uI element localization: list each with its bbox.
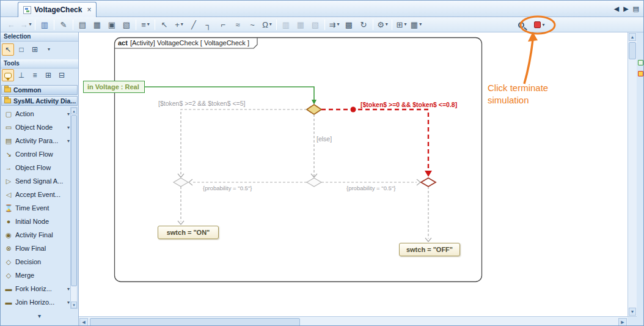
scroll-up-button[interactable]: ▴: [71, 108, 77, 114]
group-select-tool[interactable]: ⊞: [29, 43, 41, 56]
vertical-scrollbar[interactable]: ▲ ▼: [628, 32, 637, 316]
chevron-down-icon[interactable]: ▾: [337, 22, 339, 27]
tab-voltagecheck[interactable]: VoltageCheck ×: [18, 2, 97, 17]
decision-node-main[interactable]: [307, 105, 321, 114]
action-switch-off[interactable]: swtch = "OFF": [399, 243, 460, 256]
palette-expander-chevron[interactable]: ▾: [38, 313, 41, 319]
paste-button[interactable]: ▧: [119, 18, 134, 31]
structure-tool[interactable]: ≡: [29, 69, 41, 81]
palette-item-time-event[interactable]: ⌛Time Event: [1, 201, 71, 215]
palette-item-flow-final[interactable]: ⊗Flow Final: [1, 242, 71, 255]
chevron-down-icon[interactable]: ▾: [67, 286, 70, 292]
line-rectilinear-button[interactable]: ┐: [201, 18, 216, 31]
select-path-button[interactable]: ↖: [157, 18, 172, 31]
chevron-down-icon[interactable]: ▾: [181, 22, 183, 27]
palette-item-send-signal[interactable]: ▷Send Signal A...: [1, 174, 71, 188]
palette-item-decision[interactable]: ◇Decision: [1, 255, 71, 269]
palette-item-activity-final[interactable]: ◉Activity Final: [1, 228, 71, 242]
line-diagonal-button[interactable]: ╱: [186, 18, 201, 31]
marker-green[interactable]: [638, 60, 643, 65]
diagram-canvas[interactable]: act [Activity] VoltageCheck [ VoltageChe…: [79, 32, 628, 316]
distribute-shapes-button[interactable]: ▦: [293, 18, 308, 31]
scroll-down-button[interactable]: ▾: [71, 302, 77, 308]
legend-tool[interactable]: ⊞: [42, 69, 54, 81]
scroll-left-button[interactable]: ◀: [79, 318, 88, 326]
chevron-down-icon[interactable]: ▾: [419, 22, 422, 27]
search-button[interactable]: [514, 18, 529, 31]
horizontal-scrollbar[interactable]: ◀ ▶: [79, 316, 628, 326]
grid-options-button[interactable]: ⊞▾: [394, 18, 409, 31]
scrollbar-thumb[interactable]: [629, 42, 636, 59]
palette-item-control-flow[interactable]: ↘Control Flow: [1, 147, 71, 161]
align-shapes-button[interactable]: ▥: [279, 18, 293, 31]
palette-item-merge[interactable]: ◇Merge: [1, 269, 71, 282]
edit-properties-button[interactable]: ✎: [56, 18, 71, 31]
diagram-options-button[interactable]: ⚙▾: [375, 18, 390, 31]
scroll-down-button[interactable]: ▼: [629, 308, 636, 316]
merge-node-left[interactable]: [174, 178, 188, 187]
line-zigzag-button[interactable]: ~: [245, 18, 260, 31]
scroll-up-button[interactable]: ▲: [629, 33, 636, 41]
note-tool[interactable]: [2, 69, 14, 81]
activity-parameter-node[interactable]: in Voltage : Real: [83, 81, 145, 93]
common-section-bar[interactable]: Common: [1, 85, 78, 95]
marquee-select-tool[interactable]: □: [15, 43, 27, 56]
line-rounded-button[interactable]: ⌐: [216, 18, 230, 31]
left-guard-edge[interactable]: [181, 109, 307, 177]
nav-back-button[interactable]: ←: [4, 18, 18, 31]
chevron-down-icon[interactable]: ▾: [147, 22, 150, 27]
palette-scrollbar[interactable]: ▴ ▾: [70, 107, 78, 309]
copy-as-image-button[interactable]: ▩: [342, 18, 356, 31]
palette-item-action[interactable]: ▢Action▾: [1, 107, 71, 120]
scrollbar-thumb[interactable]: [71, 115, 77, 286]
copy-button[interactable]: ▣: [104, 18, 119, 31]
palette-item-object-node[interactable]: ▭Object Node▾: [1, 120, 71, 134]
decision-node-probability[interactable]: [307, 178, 321, 187]
chevron-down-icon[interactable]: ▾: [404, 22, 406, 27]
marker-warning[interactable]: [638, 71, 643, 76]
chevron-down-icon[interactable]: ▾: [67, 300, 70, 305]
selection-more-dropdown[interactable]: ▾: [42, 43, 54, 56]
chevron-down-icon[interactable]: ▾: [542, 23, 544, 28]
merge-node-right-active[interactable]: [421, 178, 436, 187]
scrollbar-thumb[interactable]: [90, 318, 300, 326]
action-switch-on[interactable]: swtch = "ON": [158, 226, 219, 239]
line-curved-button[interactable]: ≈: [230, 18, 245, 31]
clipboard-button[interactable]: ▦: [90, 18, 104, 31]
palette-item-object-flow[interactable]: →Object Flow: [1, 161, 71, 174]
active-token-path[interactable]: [321, 109, 428, 171]
chevron-down-icon[interactable]: ▾: [67, 138, 70, 144]
next-diagram-button[interactable]: ▶: [623, 4, 628, 13]
nav-forward-button[interactable]: →▾: [18, 18, 33, 31]
chevron-down-icon[interactable]: ▾: [67, 125, 70, 130]
palette-item-join-horizontal[interactable]: ▬Join Horizo...▾: [1, 295, 71, 309]
previous-diagram-button[interactable]: ◀: [614, 4, 619, 13]
line-jumps-button[interactable]: Ω▾: [260, 18, 274, 31]
same-size-button[interactable]: ▧: [308, 18, 323, 31]
anchor-tool[interactable]: ⊥: [15, 69, 27, 81]
chevron-down-icon[interactable]: ▾: [29, 22, 31, 27]
sysml-activity-section-bar[interactable]: SysML Activity Dia...: [1, 96, 78, 106]
send-signal-icon: ▷: [4, 177, 13, 185]
related-elements-button[interactable]: ≡▾: [138, 18, 153, 31]
select-tool[interactable]: ↖: [2, 43, 14, 56]
input-flow-edge[interactable]: [145, 87, 314, 100]
refresh-button[interactable]: ↻: [356, 18, 371, 31]
print-button[interactable]: ▤: [75, 18, 90, 31]
table-view-button[interactable]: ▦▾: [409, 18, 423, 31]
palette-item-fork-horizontal[interactable]: ▬Fork Horiz...▾: [1, 282, 71, 295]
close-icon[interactable]: ×: [87, 6, 91, 14]
dependencies-button[interactable]: ⇉▾: [327, 18, 342, 31]
chevron-down-icon[interactable]: ▾: [67, 111, 70, 117]
scroll-right-button[interactable]: ▶: [618, 318, 627, 326]
diagram-list-button[interactable]: ▤: [633, 4, 639, 13]
chevron-down-icon[interactable]: ▾: [269, 22, 272, 27]
add-shape-button[interactable]: +▾: [172, 18, 186, 31]
zoom-tool[interactable]: ⊟: [56, 69, 68, 81]
chevron-down-icon[interactable]: ▾: [386, 22, 388, 27]
terminate-simulation-button[interactable]: ▾: [532, 18, 547, 31]
open-diagram-windows-button[interactable]: ▥: [37, 18, 52, 31]
palette-item-accept-event[interactable]: ◁Accept Event...: [1, 188, 71, 201]
palette-item-activity-parameter[interactable]: ▤Activity Para...▾: [1, 134, 71, 147]
palette-item-initial-node[interactable]: ●Initial Node: [1, 215, 71, 228]
